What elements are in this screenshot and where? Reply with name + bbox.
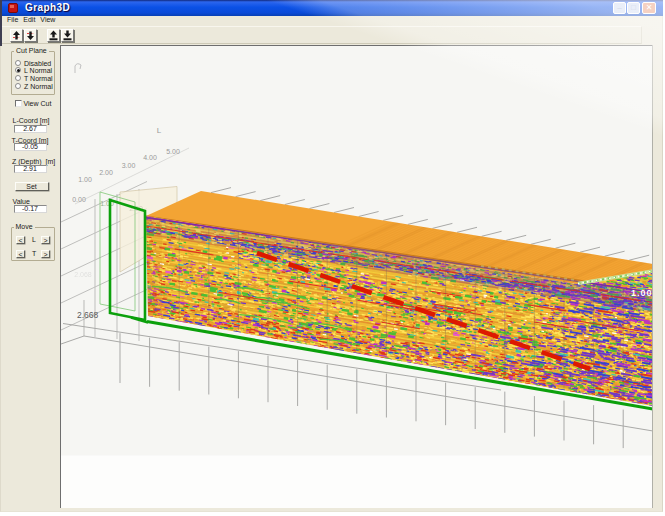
- svg-text:4.00: 4.00: [143, 154, 157, 161]
- svg-text:0.00: 0.00: [72, 196, 86, 203]
- svg-text:1.00: 1.00: [631, 288, 653, 298]
- svg-text:2.00: 2.00: [99, 169, 113, 176]
- svg-text:2.068: 2.068: [74, 271, 92, 278]
- svg-text:1.00: 1.00: [78, 176, 92, 183]
- svg-text:2.668: 2.668: [77, 310, 99, 320]
- svg-text:3.00: 3.00: [122, 162, 136, 169]
- svg-text:L: L: [157, 126, 162, 135]
